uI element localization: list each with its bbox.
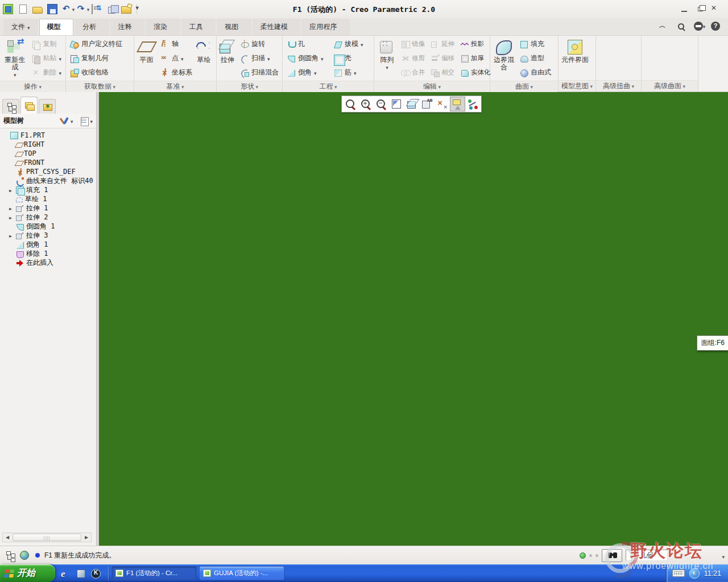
ribbon-button[interactable]: 收缩包络 <box>68 65 125 80</box>
ribbon-button[interactable]: 自由式 <box>517 65 553 80</box>
regenerate-button[interactable]: 重新生成 <box>2 37 28 80</box>
tree-item[interactable]: 移除 1 <box>1 249 95 258</box>
ribbon-utility-button[interactable] <box>694 20 705 32</box>
ribbon-button[interactable]: 坐标系 <box>158 65 192 80</box>
navigator-tab[interactable] <box>39 99 56 114</box>
tree-item[interactable]: 拉伸 3 <box>1 231 95 240</box>
tree-item[interactable]: PRT_CSYS_DEF <box>1 167 95 176</box>
ribbon-button[interactable]: 删除 <box>29 65 64 80</box>
quick-access-button[interactable] <box>2 2 16 16</box>
statusbar-toggle-button[interactable] <box>3 549 16 562</box>
ribbon-button[interactable]: 复制几何 <box>68 51 125 65</box>
quick-access-button[interactable] <box>32 2 46 16</box>
component-interface-button[interactable]: 元件界面 <box>560 37 590 79</box>
search-button[interactable] <box>602 549 622 562</box>
tree-item[interactable]: 曲线来自文件 标识40 <box>1 176 95 185</box>
ribbon-button[interactable]: 投影 <box>458 37 488 51</box>
language-icon[interactable] <box>689 568 700 579</box>
quick-access-button[interactable] <box>61 2 75 16</box>
graphics-toolbar-button[interactable] <box>465 97 481 111</box>
group-label-operations[interactable]: 操作 <box>0 81 65 92</box>
window-control-button[interactable] <box>679 5 689 14</box>
quick-access-button[interactable] <box>106 2 119 16</box>
ribbon-tab[interactable]: 模型 <box>39 19 74 35</box>
ribbon-utility-button[interactable] <box>660 20 671 32</box>
graphics-toolbar-button[interactable] <box>450 97 465 111</box>
taskbar-task-button[interactable]: GUJIA (活动的) -... <box>199 566 284 580</box>
group-label-datum[interactable]: 基准 <box>134 81 216 92</box>
quick-access-button[interactable] <box>91 2 105 16</box>
ribbon-button[interactable]: 偏移 <box>429 51 458 65</box>
graphics-toolbar-button[interactable] <box>419 97 435 111</box>
graphics-toolbar-button[interactable] <box>388 97 404 111</box>
group-label-get-data[interactable]: 获取数据 <box>66 81 134 92</box>
ribbon-button[interactable]: 筋 <box>331 65 366 80</box>
ribbon-tab[interactable]: 文件 <box>3 19 38 35</box>
ribbon-button[interactable]: 拔模 <box>331 37 366 51</box>
ribbon-button[interactable]: 孔 <box>284 37 330 51</box>
ribbon-button[interactable]: 修剪 <box>399 51 429 65</box>
tree-item[interactable]: 拉伸 1 <box>1 203 95 213</box>
group-label-model-intent[interactable]: 模型意图 <box>559 80 595 92</box>
quick-access-button[interactable] <box>136 3 141 15</box>
ribbon-button[interactable]: 镜像 <box>399 37 429 51</box>
navigator-tab[interactable] <box>20 97 38 114</box>
ribbon-tab[interactable]: 应用程序 <box>301 19 350 35</box>
ribbon-tab[interactable]: 视图 <box>217 19 251 35</box>
tree-item[interactable]: 倒角 1 <box>1 240 95 249</box>
tree-item[interactable]: FRONT <box>1 158 95 167</box>
start-button[interactable]: 开始 <box>0 564 55 582</box>
group-label-engineering[interactable]: 工程 <box>283 81 374 92</box>
navigator-tab[interactable] <box>2 99 19 114</box>
quick-access-button[interactable] <box>47 2 60 16</box>
ribbon-button[interactable]: 壳 <box>331 51 366 65</box>
pattern-button[interactable]: 阵列 <box>376 37 398 80</box>
ribbon-button[interactable]: 扫描 <box>238 51 286 65</box>
tree-item[interactable]: 拉伸 2 <box>1 213 95 222</box>
ribbon-button[interactable]: 造型 <box>517 51 553 65</box>
ribbon-button[interactable]: 倒圆角 <box>284 51 330 65</box>
sketch-button[interactable]: 草绘 <box>193 37 214 80</box>
group-label-advanced-warp[interactable]: 高级扭曲 <box>596 80 641 92</box>
model-tree-toolbar-button[interactable] <box>80 117 93 126</box>
graphics-toolbar-button[interactable] <box>358 97 373 111</box>
ribbon-utility-button[interactable] <box>677 20 688 32</box>
group-label-shapes[interactable]: 形状 <box>217 81 282 92</box>
ribbon-button[interactable]: 粘贴 <box>29 51 64 65</box>
extrude-button[interactable]: 拉伸 <box>218 37 237 80</box>
graphics-toolbar-button[interactable] <box>342 97 358 111</box>
ribbon-button[interactable]: 旋转 <box>238 37 286 51</box>
scroll-left-arrow[interactable]: ◀ <box>3 533 12 542</box>
ribbon-tab[interactable]: 分析 <box>75 19 109 35</box>
boundary-blend-button[interactable]: 边界混合 <box>492 37 516 80</box>
ribbon-button[interactable]: 合并 <box>399 65 429 80</box>
graphics-toolbar-button[interactable] <box>373 97 388 111</box>
quick-access-button[interactable] <box>76 2 90 16</box>
ribbon-button[interactable]: 倒角 <box>284 65 330 80</box>
ribbon-utility-button[interactable] <box>711 20 722 32</box>
expand-arrow-icon[interactable] <box>9 186 16 194</box>
ribbon-tab[interactable]: 渲染 <box>146 19 180 35</box>
tree-item[interactable]: 倒圆角 1 <box>1 222 95 231</box>
group-label-advanced-surface[interactable]: 高级曲面 <box>642 80 698 92</box>
tree-item[interactable]: 草绘 1 <box>1 194 95 203</box>
model-tree-hscrollbar[interactable]: ◀ ▶ <box>2 533 92 542</box>
ribbon-button[interactable]: 扫描混合 <box>238 65 286 80</box>
tree-item[interactable]: 填充 1 <box>1 185 95 194</box>
tree-item[interactable]: F1.PRT <box>1 131 95 140</box>
window-control-button[interactable] <box>711 5 721 14</box>
expand-arrow-icon[interactable] <box>9 204 16 212</box>
model-tree-toolbar-button[interactable] <box>60 117 73 126</box>
ribbon-button[interactable]: 实体化 <box>458 65 488 80</box>
taskbar-task-button[interactable]: F1 (活动的) - Cr... <box>111 566 197 580</box>
ribbon-button[interactable]: 点 <box>158 51 192 65</box>
window-control-button[interactable] <box>695 5 705 14</box>
ribbon-tab[interactable]: 柔性建模 <box>253 19 301 35</box>
quick-access-button[interactable] <box>17 2 31 16</box>
ribbon-button[interactable]: 复制 <box>29 37 64 51</box>
ribbon-tab[interactable]: 工具 <box>181 19 216 35</box>
ribbon-tab[interactable]: 注释 <box>110 19 145 35</box>
keyboard-icon[interactable] <box>672 569 685 577</box>
selection-filter-arrow[interactable] <box>722 552 725 560</box>
ribbon-button[interactable]: 延伸 <box>429 37 458 51</box>
